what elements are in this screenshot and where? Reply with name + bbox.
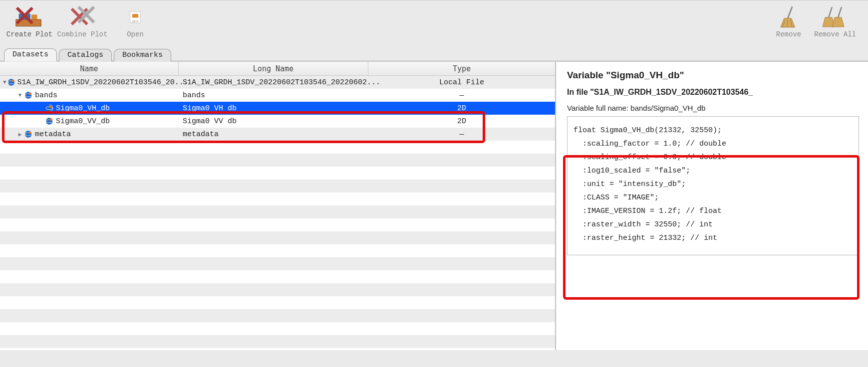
open-button[interactable]: DATA Open: [109, 3, 162, 39]
svg-line-12: [788, 6, 792, 18]
expand-arrow-icon[interactable]: ▶: [17, 131, 23, 138]
tree-cell-type: Local File: [368, 76, 555, 89]
node-name-text: S1A_IW_GRDH_1SDV_20220602T103546_20...: [17, 78, 188, 87]
svg-point-29: [50, 119, 52, 121]
tree-cell-name: ▼S1A_IW_GRDH_1SDV_20220602T103546_20...: [0, 76, 179, 89]
combine-plot-button[interactable]: Combine Plot: [56, 3, 109, 39]
tab-catalogs[interactable]: Catalogs: [59, 49, 112, 61]
globe-icon: [7, 78, 15, 87]
tree-pane: Name Long Name Type ▼S1A_IW_GRDH_1SDV_20…: [0, 62, 556, 350]
remove-all-label: Remove All: [814, 30, 856, 38]
column-header-name[interactable]: Name: [0, 62, 179, 75]
tree-row[interactable]: Sigma0_VV_dbSigma0 VV db2D: [0, 115, 555, 128]
tab-bookmarks[interactable]: Bookmarks: [114, 49, 171, 61]
tree-cell-name: Sigma0_VH_db: [0, 102, 179, 115]
app-window: Create Plot Combine Plot: [0, 0, 868, 350]
svg-point-20: [11, 80, 14, 82]
tree-cell-longname: bands: [179, 89, 368, 102]
tree-cell-type: —: [368, 128, 555, 141]
svg-point-32: [29, 132, 31, 134]
open-icon: DATA: [120, 4, 151, 29]
create-plot-label: Create Plot: [6, 30, 52, 38]
collapse-arrow-icon[interactable]: ▼: [17, 92, 23, 98]
tree-cell-name: ▼bands: [0, 89, 179, 102]
variable-heading: Variable "Sigma0_VH_db": [567, 70, 868, 81]
tree-cell-type: 2D: [368, 102, 555, 115]
remove-label: Remove: [776, 30, 801, 38]
tab-datasets[interactable]: Datasets: [4, 48, 57, 61]
collapse-arrow-icon[interactable]: ▼: [3, 79, 6, 85]
main-split: Name Long Name Type ▼S1A_IW_GRDH_1SDV_20…: [0, 61, 868, 350]
tree-header: Name Long Name Type: [0, 62, 555, 76]
broom-icon: [773, 4, 804, 29]
tree-row[interactable]: Sigma0_VH_dbSigma0 VH db2D: [0, 102, 555, 115]
tree-cell-longname: Sigma0 VV db: [179, 115, 368, 128]
empty-stripes: [0, 141, 555, 350]
combine-plot-label: Combine Plot: [57, 30, 108, 38]
tree-body: ▼S1A_IW_GRDH_1SDV_20220602T103546_20...S…: [0, 76, 555, 141]
node-name-text: Sigma0_VH_db: [56, 104, 110, 113]
tab-bar: Datasets Catalogs Bookmarks: [0, 47, 868, 61]
tree-cell-name: ▶metadata: [0, 128, 179, 141]
svg-text:DATA: DATA: [132, 20, 139, 23]
node-name-text: metadata: [35, 130, 71, 139]
node-name-text: bands: [35, 91, 57, 100]
column-header-type[interactable]: Type: [368, 62, 555, 75]
globe-icon: [24, 130, 33, 139]
globe-icon: [24, 91, 33, 100]
tree-cell-name: Sigma0_VV_db: [0, 115, 179, 128]
svg-line-17: [838, 7, 842, 17]
tree-row[interactable]: ▼bandsbands—: [0, 89, 555, 102]
remove-button[interactable]: Remove: [767, 3, 810, 39]
toolbar: Create Plot Combine Plot: [0, 0, 868, 47]
variable-full-name: Variable full name: bands/Sigma0_VH_db: [567, 104, 868, 112]
attribute-code-box: float Sigma0_VH_db(21332, 32550); :scali…: [567, 116, 859, 255]
tree-cell-type: —: [368, 89, 555, 102]
tree-row[interactable]: ▶metadatametadata—: [0, 128, 555, 141]
file-heading: In file "S1A_IW_GRDH_1SDV_20220602T10354…: [567, 88, 868, 97]
tree-cell-type: 2D: [368, 115, 555, 128]
double-broom-icon: [820, 4, 851, 29]
column-header-longname[interactable]: Long Name: [179, 62, 368, 75]
node-name-text: Sigma0_VV_db: [56, 117, 110, 126]
tree-cell-longname: S1A_IW_GRDH_1SDV_20220602T103546_2022060…: [179, 76, 368, 89]
tree-cell-longname: Sigma0 VH db: [179, 102, 368, 115]
create-plot-icon: [14, 4, 45, 29]
create-plot-button[interactable]: Create Plot: [3, 3, 56, 39]
svg-line-16: [829, 7, 832, 17]
open-label: Open: [127, 30, 144, 38]
combine-plot-icon: [67, 4, 98, 29]
detail-pane: Variable "Sigma0_VH_db" In file "S1A_IW_…: [556, 62, 868, 350]
svg-rect-2: [31, 14, 37, 19]
globe-icon: [45, 117, 54, 126]
svg-rect-10: [132, 14, 138, 18]
tree-cell-longname: metadata: [179, 128, 368, 141]
svg-point-23: [29, 93, 31, 95]
svg-point-26: [50, 106, 52, 108]
tree-row[interactable]: ▼S1A_IW_GRDH_1SDV_20220602T103546_20...S…: [0, 76, 555, 89]
globe-icon: [45, 104, 54, 113]
remove-all-button[interactable]: Remove All: [810, 3, 860, 39]
